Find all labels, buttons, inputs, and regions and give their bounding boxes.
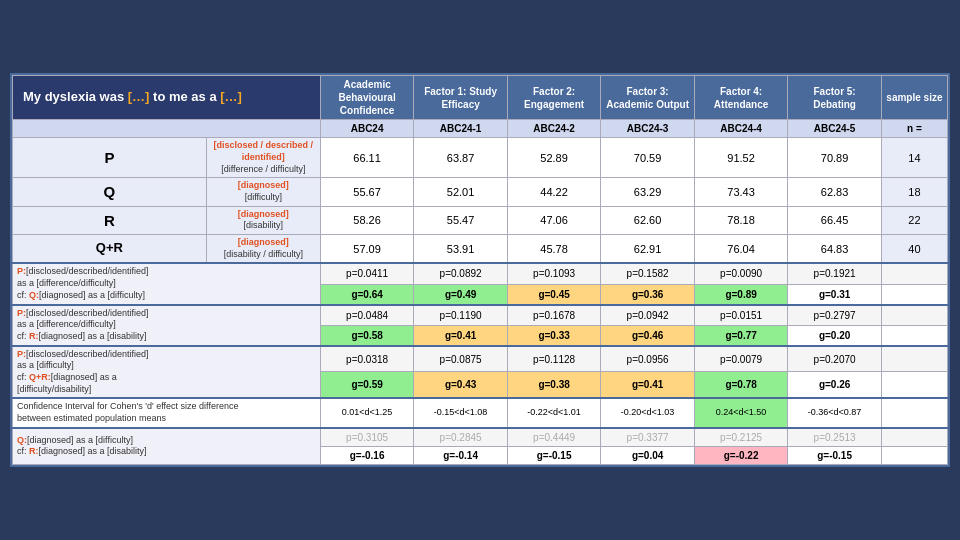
col-header-abc: Academic Behavioural Confidence — [320, 76, 414, 120]
subheader-n: n = — [881, 120, 947, 138]
c4-eff-f4: g=-0.22 — [694, 446, 788, 464]
compare4-ttest-row: Q:[diagnosed] as a [difficulty] cf: R:[d… — [13, 428, 948, 447]
val-qr-n: 40 — [881, 235, 947, 264]
c2-eff-f5: g=0.20 — [788, 325, 882, 346]
c4-eff-f2: g=-0.15 — [507, 446, 601, 464]
val-qr-f2: 45.78 — [507, 235, 601, 264]
val-p-f3: 70.59 — [601, 138, 695, 178]
ci-label: Confidence Interval for Cohen's 'd' effe… — [13, 398, 321, 427]
row-desc-r: [diagnosed] [disability] — [206, 206, 320, 234]
row-label-r: R — [13, 206, 207, 234]
c3-ttest-blank — [881, 346, 947, 372]
c1-ttest-f2: p=0.1093 — [507, 263, 601, 284]
ci-f3: -0.20<d<1.03 — [601, 398, 695, 427]
ci-abc: 0.01<d<1.25 — [320, 398, 414, 427]
title: My dyslexia was […] to me as a […] — [13, 76, 321, 120]
ci-f1: -0.15<d<1.08 — [414, 398, 508, 427]
c3-eff-f2: g=0.38 — [507, 372, 601, 398]
compare1-label: P:[disclosed/described/identified] as a … — [13, 263, 321, 304]
c3-eff-f5: g=0.26 — [788, 372, 882, 398]
c2-eff-f1: g=0.41 — [414, 325, 508, 346]
ci-f4: 0.24<d<1.50 — [694, 398, 788, 427]
val-p-n: 14 — [881, 138, 947, 178]
c2-eff-abc: g=0.58 — [320, 325, 414, 346]
bracket2: […] — [220, 89, 242, 104]
c2-ttest-blank — [881, 305, 947, 326]
ci-f2: -0.22<d<1.01 — [507, 398, 601, 427]
compare2-ttest-row: P:[disclosed/described/identified] as a … — [13, 305, 948, 326]
c4-eff-abc: g=-0.16 — [320, 446, 414, 464]
compare1-ttest-row: P:[disclosed/described/identified] as a … — [13, 263, 948, 284]
table-row: P [disclosed / described / identified] [… — [13, 138, 948, 178]
c1-eff-f3: g=0.36 — [601, 284, 695, 305]
c4-ttest-abc: p=0.3105 — [320, 428, 414, 447]
c1-eff-f1: g=0.49 — [414, 284, 508, 305]
c1-ttest-f1: p=0.0892 — [414, 263, 508, 284]
c1-ttest-f3: p=0.1582 — [601, 263, 695, 284]
val-r-f4: 78.18 — [694, 206, 788, 234]
c2-ttest-abc: p=0.0484 — [320, 305, 414, 326]
val-qr-f3: 62.91 — [601, 235, 695, 264]
c4-ttest-f4: p=0.2125 — [694, 428, 788, 447]
c3-ttest-abc: p=0.0318 — [320, 346, 414, 372]
ci-f5: -0.36<d<0.87 — [788, 398, 882, 427]
col-header-f2: Factor 2: Engagement — [507, 76, 601, 120]
c1-ttest-f4: p=0.0090 — [694, 263, 788, 284]
val-q-abc: 55.67 — [320, 178, 414, 206]
val-q-f3: 63.29 — [601, 178, 695, 206]
row-label-q: Q — [13, 178, 207, 206]
c1-eff-abc: g=0.64 — [320, 284, 414, 305]
val-q-f4: 73.43 — [694, 178, 788, 206]
c4-eff-f3: g=0.04 — [601, 446, 695, 464]
table-row: R [diagnosed] [disability] 58.26 55.47 4… — [13, 206, 948, 234]
col-header-f1: Factor 1: Study Efficacy — [414, 76, 508, 120]
c2-ttest-f4: p=0.0151 — [694, 305, 788, 326]
val-r-abc: 58.26 — [320, 206, 414, 234]
ci-blank — [881, 398, 947, 427]
val-q-f1: 52.01 — [414, 178, 508, 206]
val-q-f5: 62.83 — [788, 178, 882, 206]
val-qr-f1: 53.91 — [414, 235, 508, 264]
val-p-f5: 70.89 — [788, 138, 882, 178]
c2-eff-blank — [881, 325, 947, 346]
val-p-f1: 63.87 — [414, 138, 508, 178]
val-q-n: 18 — [881, 178, 947, 206]
c3-eff-f3: g=0.41 — [601, 372, 695, 398]
c3-ttest-f1: p=0.0875 — [414, 346, 508, 372]
val-q-f2: 44.22 — [507, 178, 601, 206]
val-r-f3: 62.60 — [601, 206, 695, 234]
row-label-p: P — [13, 138, 207, 178]
c1-eff-f5: g=0.31 — [788, 284, 882, 305]
subheader-abc24-4: ABC24-4 — [694, 120, 788, 138]
val-r-f1: 55.47 — [414, 206, 508, 234]
c4-ttest-f1: p=0.2845 — [414, 428, 508, 447]
row-label-qr: Q+R — [13, 235, 207, 264]
subheader-abc24-5: ABC24-5 — [788, 120, 882, 138]
col-header-f5: Factor 5: Debating — [788, 76, 882, 120]
c1-eff-f2: g=0.45 — [507, 284, 601, 305]
c4-ttest-f2: p=0.4449 — [507, 428, 601, 447]
c2-ttest-f5: p=0.2797 — [788, 305, 882, 326]
row-desc-p: [disclosed / described / identified] [di… — [206, 138, 320, 178]
subheader-abc24-2: ABC24-2 — [507, 120, 601, 138]
subheader-abc24: ABC24 — [320, 120, 414, 138]
c3-ttest-f4: p=0.0079 — [694, 346, 788, 372]
row-desc-q: [diagnosed] [difficulty] — [206, 178, 320, 206]
compare4-label: Q:[diagnosed] as a [difficulty] cf: R:[d… — [13, 428, 321, 465]
c4-ttest-f5: p=0.2513 — [788, 428, 882, 447]
c3-ttest-f2: p=0.1128 — [507, 346, 601, 372]
c3-eff-f4: g=0.78 — [694, 372, 788, 398]
compare3-label: P:[disclosed/described/identified] as a … — [13, 346, 321, 399]
val-r-f5: 66.45 — [788, 206, 882, 234]
val-p-abc: 66.11 — [320, 138, 414, 178]
c1-ttest-f5: p=0.1921 — [788, 263, 882, 284]
c1-ttest-abc: p=0.0411 — [320, 263, 414, 284]
c2-ttest-f2: p=0.1678 — [507, 305, 601, 326]
c3-ttest-f3: p=0.0956 — [601, 346, 695, 372]
c3-eff-abc: g=0.59 — [320, 372, 414, 398]
c3-eff-blank — [881, 372, 947, 398]
c4-ttest-f3: p=0.3377 — [601, 428, 695, 447]
c1-ttest-blank — [881, 263, 947, 284]
val-r-f2: 47.06 — [507, 206, 601, 234]
val-p-f4: 91.52 — [694, 138, 788, 178]
